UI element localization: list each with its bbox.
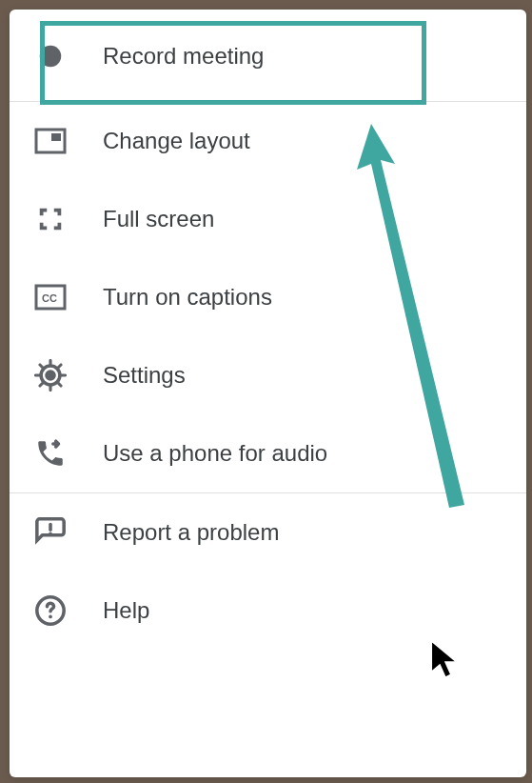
feedback-icon xyxy=(32,514,69,551)
svg-point-8 xyxy=(49,532,52,536)
phone-audio-item[interactable]: Use a phone for audio xyxy=(10,414,526,492)
fullscreen-icon xyxy=(32,201,69,237)
fullscreen-label: Full screen xyxy=(103,206,214,232)
svg-point-0 xyxy=(40,46,62,68)
svg-text:CC: CC xyxy=(42,292,57,304)
phone-audio-label: Use a phone for audio xyxy=(103,440,327,467)
change-layout-label: Change layout xyxy=(103,128,250,154)
report-problem-item[interactable]: Report a problem xyxy=(10,493,526,572)
settings-label: Settings xyxy=(103,362,186,389)
svg-point-10 xyxy=(49,615,52,619)
report-problem-label: Report a problem xyxy=(103,519,279,546)
menu-section-2: Change layout Full screen CC Turn on cap… xyxy=(10,102,526,492)
captions-label: Turn on captions xyxy=(103,284,272,311)
menu-section-3: Report a problem Help xyxy=(10,493,526,650)
captions-item[interactable]: CC Turn on captions xyxy=(10,258,526,336)
svg-rect-2 xyxy=(51,133,61,141)
record-meeting-item[interactable]: Record meeting xyxy=(10,10,526,101)
settings-item[interactable]: Settings xyxy=(10,336,526,414)
record-icon xyxy=(32,38,69,74)
record-meeting-label: Record meeting xyxy=(103,43,264,70)
menu-section-1: Record meeting xyxy=(10,10,526,101)
layout-icon xyxy=(32,123,69,159)
captions-icon: CC xyxy=(32,279,69,315)
svg-point-5 xyxy=(47,371,55,380)
gear-icon xyxy=(32,357,69,393)
help-label: Help xyxy=(103,597,149,624)
change-layout-item[interactable]: Change layout xyxy=(10,102,526,180)
context-menu: Record meeting Change layout Full screen xyxy=(10,10,526,777)
phone-forward-icon xyxy=(32,435,69,472)
help-item[interactable]: Help xyxy=(10,572,526,650)
help-icon xyxy=(32,592,69,629)
fullscreen-item[interactable]: Full screen xyxy=(10,180,526,258)
